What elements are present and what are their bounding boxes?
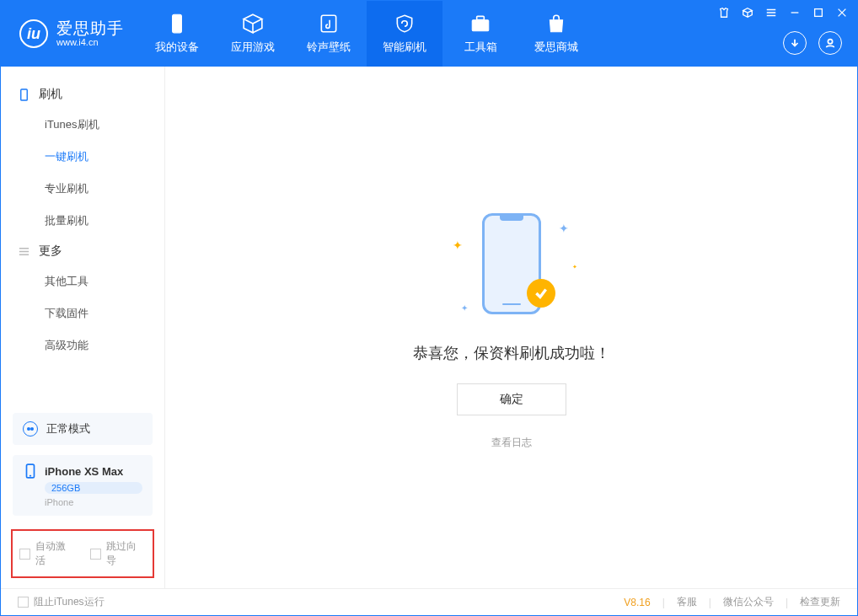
main-tabs: 我的设备 应用游戏 铃声壁纸 智能刷机 工具箱 爱思商城	[139, 1, 594, 67]
cube-small-icon[interactable]	[741, 6, 754, 19]
tab-label: 爱思商城	[534, 40, 578, 55]
music-icon	[318, 13, 340, 35]
sidebar-item-advanced[interactable]: 高级功能	[1, 329, 164, 362]
checkbox-block-itunes[interactable]: 阻止iTunes运行	[18, 595, 105, 609]
svg-rect-0	[173, 14, 182, 33]
checkbox-label: 跳过向导	[106, 539, 146, 568]
bag-icon	[545, 13, 567, 35]
main-content: ✦ ✦ ✦ ✦ 恭喜您，保资料刷机成功啦！ 确定 查看日志	[165, 67, 857, 588]
sidebar-item-itunes-flash[interactable]: iTunes刷机	[1, 109, 164, 141]
group-title: 刷机	[39, 87, 62, 102]
device-phone-icon	[23, 463, 38, 479]
tab-ringtones[interactable]: 铃声壁纸	[291, 1, 367, 67]
device-icon	[166, 13, 188, 35]
device-card[interactable]: iPhone XS Max 256GB iPhone	[13, 455, 153, 516]
success-message: 恭喜您，保资料刷机成功啦！	[413, 343, 610, 363]
checkbox-auto-activate[interactable]: 自动激活	[19, 539, 75, 568]
device-type: iPhone	[45, 497, 142, 507]
checkbox-skip-guide[interactable]: 跳过向导	[90, 539, 146, 568]
checkbox-label: 自动激活	[35, 539, 75, 568]
sidebar-item-pro-flash[interactable]: 专业刷机	[1, 173, 164, 205]
checkbox-label: 阻止iTunes运行	[34, 595, 105, 609]
checkbox-icon	[18, 597, 29, 608]
status-bar: 阻止iTunes运行 V8.16 | 客服 | 微信公众号 | 检查更新	[1, 588, 857, 615]
mode-label: 正常模式	[46, 421, 90, 437]
sparkle-icon: ✦	[453, 238, 463, 252]
maximize-icon[interactable]	[812, 6, 825, 19]
svg-rect-4	[815, 9, 823, 17]
svg-point-8	[30, 427, 34, 431]
options-row: 自动激活 跳过向导	[11, 529, 154, 578]
checkbox-icon	[19, 549, 30, 560]
footer-link-wechat[interactable]: 微信公众号	[723, 595, 774, 609]
user-button[interactable]	[818, 31, 842, 55]
logo-icon: iu	[19, 19, 48, 48]
sidebar-item-batch-flash[interactable]: 批量刷机	[1, 205, 164, 237]
tab-smart-flash[interactable]: 智能刷机	[367, 1, 442, 67]
sidebar-item-other-tools[interactable]: 其他工具	[1, 265, 164, 297]
refresh-shield-icon	[394, 13, 416, 35]
window-controls	[717, 6, 849, 19]
sidebar-group-flash: 刷机	[1, 80, 164, 109]
sparkle-icon: ✦	[461, 303, 468, 313]
view-log-link[interactable]: 查看日志	[491, 436, 532, 450]
sidebar-item-download-firmware[interactable]: 下载固件	[1, 297, 164, 329]
confirm-button[interactable]: 确定	[457, 383, 566, 415]
phone-icon	[18, 88, 30, 101]
list-icon	[18, 245, 30, 258]
storage-badge: 256GB	[45, 482, 142, 494]
svg-rect-6	[21, 88, 28, 99]
menu-icon[interactable]	[764, 6, 778, 19]
close-icon[interactable]	[835, 6, 849, 19]
tab-label: 智能刷机	[383, 40, 426, 55]
tab-label: 应用游戏	[231, 40, 275, 55]
svg-rect-1	[321, 15, 335, 32]
tab-label: 我的设备	[155, 40, 199, 55]
tab-label: 铃声壁纸	[307, 40, 351, 55]
group-title: 更多	[39, 244, 62, 259]
svg-point-7	[27, 427, 30, 431]
header-right-buttons	[783, 31, 842, 55]
footer-link-support[interactable]: 客服	[677, 595, 697, 609]
svg-rect-2	[472, 20, 489, 31]
toolbox-icon	[469, 13, 491, 35]
shirt-icon[interactable]	[717, 6, 731, 19]
tab-apps-games[interactable]: 应用游戏	[215, 1, 291, 67]
tab-my-device[interactable]: 我的设备	[139, 1, 215, 67]
logo: iu 爱思助手 www.i4.cn	[1, 1, 139, 67]
sidebar-group-more: 更多	[1, 237, 164, 265]
download-button[interactable]	[783, 31, 807, 55]
app-body: 刷机 iTunes刷机 一键刷机 专业刷机 批量刷机 更多 其他工具 下载固件 …	[1, 67, 857, 588]
check-badge-icon	[527, 279, 555, 308]
checkbox-icon	[90, 549, 101, 560]
success-illustration: ✦ ✦ ✦ ✦	[444, 205, 579, 323]
app-subtitle: www.i4.cn	[56, 37, 124, 47]
svg-rect-3	[477, 16, 485, 19]
sidebar: 刷机 iTunes刷机 一键刷机 专业刷机 批量刷机 更多 其他工具 下载固件 …	[1, 67, 165, 588]
tab-label: 工具箱	[464, 40, 497, 55]
tab-toolbox[interactable]: 工具箱	[442, 1, 518, 67]
version-label: V8.16	[624, 597, 650, 608]
minimize-icon[interactable]	[788, 6, 802, 19]
mode-icon	[23, 421, 38, 437]
app-title: 爱思助手	[56, 20, 124, 38]
sparkle-icon: ✦	[559, 222, 569, 235]
device-name: iPhone XS Max	[45, 465, 123, 478]
svg-point-5	[828, 40, 832, 44]
tab-store[interactable]: 爱思商城	[518, 1, 594, 67]
footer-link-update[interactable]: 检查更新	[800, 595, 840, 609]
sidebar-item-oneclick-flash[interactable]: 一键刷机	[1, 141, 164, 173]
app-header: iu 爱思助手 www.i4.cn 我的设备 应用游戏 铃声壁纸 智能刷机 工具…	[1, 1, 857, 67]
sparkle-icon: ✦	[572, 264, 577, 271]
cube-icon	[242, 13, 264, 35]
mode-card[interactable]: 正常模式	[13, 413, 153, 445]
